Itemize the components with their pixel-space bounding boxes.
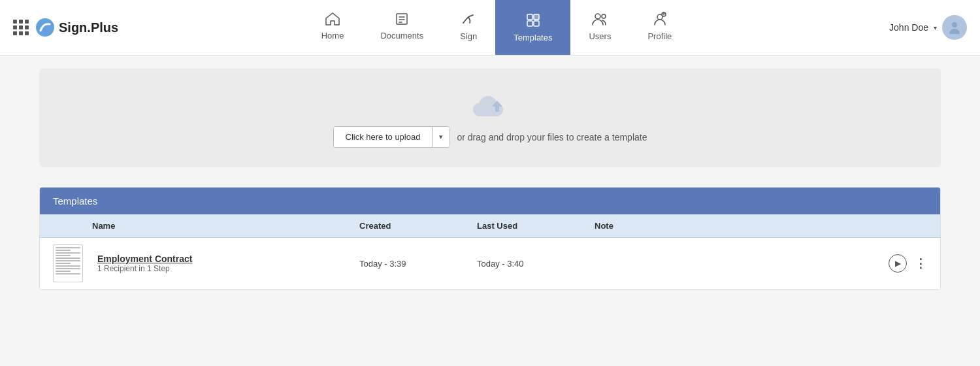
- upload-hint: or drag and drop your files to create a …: [457, 132, 647, 142]
- upload-dropdown-button[interactable]: ▾: [432, 127, 449, 147]
- col-actions: [862, 221, 927, 231]
- logo-text: Sign.Plus: [59, 20, 118, 35]
- users-icon: [592, 12, 608, 28]
- document-subtitle: 1 Recipient in 1 Step: [97, 264, 359, 273]
- col-name: Name: [92, 221, 359, 231]
- svg-point-7: [602, 14, 606, 18]
- nav-users-label: Users: [589, 31, 611, 41]
- nav-home[interactable]: Home: [303, 0, 363, 55]
- svg-rect-2: [527, 14, 532, 20]
- svg-point-6: [595, 14, 600, 19]
- document-thumbnail: [53, 244, 83, 282]
- avatar[interactable]: [942, 15, 967, 40]
- nav-templates[interactable]: Templates: [495, 0, 570, 55]
- dropdown-arrow-icon: ▾: [934, 24, 937, 31]
- svg-rect-3: [534, 14, 539, 20]
- nav-documents[interactable]: Documents: [362, 0, 442, 55]
- upload-button-group[interactable]: Click here to upload ▾: [333, 126, 451, 148]
- table-row: Employment Contract 1 Recipient in 1 Ste…: [40, 238, 940, 290]
- logo: Sign.Plus: [35, 18, 118, 37]
- col-note: Note: [595, 221, 862, 231]
- col-thumb: [53, 221, 92, 231]
- upload-controls: Click here to upload ▾ or drag and drop …: [333, 126, 647, 148]
- row-actions: ▶ ⋮: [862, 254, 927, 273]
- documents-icon: [395, 12, 409, 27]
- sign-icon: [461, 12, 476, 28]
- user-area[interactable]: John Doe ▾: [849, 15, 967, 40]
- profile-icon: [653, 12, 667, 28]
- nav-sign-label: Sign: [460, 31, 477, 41]
- home-icon: [325, 12, 340, 27]
- nav-profile[interactable]: Profile: [629, 0, 690, 55]
- created-cell: Today - 3:39: [359, 259, 477, 269]
- col-created: Created: [359, 221, 477, 231]
- nav-profile-label: Profile: [647, 31, 672, 41]
- more-options-button[interactable]: ⋮: [915, 256, 927, 271]
- col-last-used: Last Used: [477, 221, 595, 231]
- nav-users[interactable]: Users: [570, 0, 629, 55]
- svg-rect-5: [534, 21, 539, 26]
- play-button[interactable]: ▶: [889, 254, 907, 273]
- header-left: Sign.Plus: [13, 18, 144, 37]
- templates-icon: [526, 13, 540, 29]
- main-content: Click here to upload ▾ or drag and drop …: [0, 56, 980, 303]
- upload-button[interactable]: Click here to upload: [334, 127, 433, 147]
- svg-rect-4: [527, 21, 532, 26]
- main-nav: Home Documents Sign: [144, 0, 849, 55]
- user-name: John Doe: [889, 22, 928, 33]
- nav-home-label: Home: [321, 31, 344, 41]
- nav-sign[interactable]: Sign: [442, 0, 495, 55]
- upload-area: Click here to upload ▾ or drag and drop …: [39, 69, 941, 167]
- svg-point-10: [952, 22, 957, 27]
- cloud-upload-icon: [472, 88, 508, 117]
- grid-menu-icon[interactable]: [13, 20, 29, 35]
- document-name[interactable]: Employment Contract: [97, 254, 359, 264]
- last-used-cell: Today - 3:40: [477, 259, 595, 269]
- templates-table: Templates Name Created Last Used Note: [39, 187, 941, 290]
- nav-documents-label: Documents: [380, 31, 423, 41]
- svg-point-0: [36, 18, 54, 37]
- logo-icon: [35, 18, 55, 37]
- table-title: Templates: [40, 188, 940, 214]
- document-info: Employment Contract 1 Recipient in 1 Ste…: [92, 254, 359, 273]
- column-headers: Name Created Last Used Note: [40, 214, 940, 238]
- header: Sign.Plus Home Documents: [0, 0, 980, 56]
- nav-templates-label: Templates: [514, 33, 552, 42]
